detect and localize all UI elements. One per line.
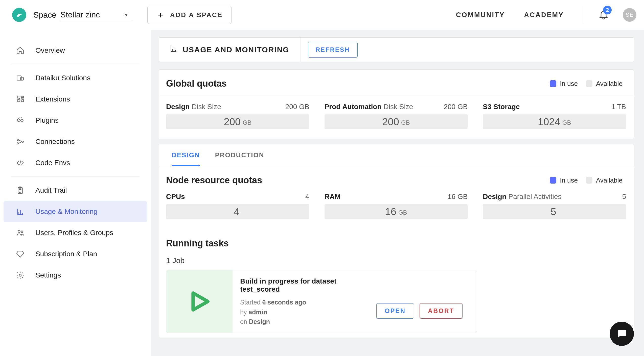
svg-point-2 [17, 139, 18, 141]
quota-bar: 5 [483, 204, 626, 219]
quota-capacity: 200 GB [444, 103, 468, 111]
quota-item: CPUs 4 4 [166, 193, 309, 219]
sidebar-item-plugins[interactable]: Plugins [0, 110, 151, 131]
space-selector[interactable]: Stellar zinc ▾ [59, 9, 132, 21]
svg-point-9 [19, 274, 21, 276]
sidebar-item-overview[interactable]: Overview [0, 40, 151, 61]
clipboard-icon [16, 186, 25, 195]
sidebar-item-subscription[interactable]: Subscription & Plan [0, 243, 151, 265]
sidebar-item-audit[interactable]: Audit Trail [0, 180, 151, 201]
puzzle-icon [16, 95, 25, 104]
refresh-button[interactable]: REFRESH [308, 42, 358, 58]
legend: In use Available [550, 80, 623, 88]
plug-icon [16, 116, 25, 125]
space-selector-value: Stellar zinc [60, 10, 100, 19]
nav-community[interactable]: COMMUNITY [456, 11, 505, 19]
quota-used-unit: GB [398, 209, 407, 216]
quota-item: S3 Storage 1 TB 1024GB [483, 103, 626, 129]
tab-production[interactable]: PRODUCTION [215, 151, 264, 166]
sidebar-item-usage[interactable]: Usage & Monitoring [4, 201, 147, 222]
main-panel: USAGE AND MONITORING REFRESH Global quot… [151, 30, 644, 356]
task-card: Build in progress for dataset test_score… [166, 270, 477, 333]
sidebar-item-label: Code Envs [35, 159, 70, 167]
quota-label-strong: Design [483, 193, 506, 200]
quota-bar: 200GB [325, 114, 468, 129]
add-space-label: ADD A SPACE [170, 11, 223, 19]
sidebar-item-label: Dataiku Solutions [35, 74, 90, 82]
open-button[interactable]: OPEN [376, 303, 414, 319]
chart-icon [170, 45, 178, 55]
nav-academy[interactable]: ACADEMY [524, 11, 564, 19]
connections-icon [16, 137, 25, 146]
task-meta: Started 6 seconds ago by admin on Design [240, 297, 369, 327]
sidebar: Overview Dataiku Solutions Extensions Pl… [0, 30, 151, 356]
sidebar-item-settings[interactable]: Settings [0, 265, 151, 286]
plus-icon: ＋ [156, 9, 166, 21]
sidebar-item-connections[interactable]: Connections [0, 131, 151, 152]
legend-available: Available [596, 80, 623, 88]
brand-logo[interactable] [12, 8, 26, 22]
sidebar-item-label: Users, Profiles & Groups [35, 229, 113, 237]
swatch-available [586, 177, 592, 184]
quota-capacity: 5 [622, 193, 626, 201]
sidebar-item-code-envs[interactable]: Code Envs [0, 152, 151, 173]
notification-badge: 2 [603, 6, 612, 14]
notifications-button[interactable]: 2 [599, 9, 609, 20]
global-quotas-title: Global quotas [166, 78, 227, 89]
add-space-button[interactable]: ＋ ADD A SPACE [147, 6, 232, 24]
quota-used-value: 16 [385, 204, 396, 219]
swatch-available [586, 80, 592, 87]
swatch-inuse [550, 80, 556, 87]
quota-capacity: 4 [305, 193, 309, 201]
quota-label-light: Disk Size [192, 103, 221, 111]
chevron-down-icon: ▾ [125, 12, 128, 18]
quota-label-strong: S3 Storage [483, 103, 520, 111]
quota-bar: 200GB [166, 114, 309, 129]
page-title: USAGE AND MONITORING [183, 45, 289, 54]
quota-item: RAM 16 GB 16GB [325, 193, 468, 219]
svg-point-8 [21, 231, 23, 233]
sidebar-item-label: Usage & Monitoring [35, 208, 98, 216]
quota-label-strong: Design [166, 103, 190, 111]
quota-used-value: 200 [382, 114, 399, 129]
abort-button[interactable]: ABORT [420, 303, 463, 319]
running-tasks-title: Running tasks [158, 229, 634, 251]
legend-inuse: In use [560, 176, 578, 184]
quota-label-strong: CPUs [166, 193, 185, 200]
sidebar-item-users[interactable]: Users, Profiles & Groups [0, 222, 151, 243]
page-header: USAGE AND MONITORING REFRESH [158, 37, 634, 62]
sidebar-item-label: Audit Trail [35, 186, 67, 194]
legend-available: Available [596, 176, 623, 184]
gear-icon [16, 271, 25, 280]
quota-used-unit: GB [243, 119, 251, 126]
tab-design[interactable]: DESIGN [172, 151, 200, 166]
avatar[interactable]: SE [623, 8, 636, 22]
play-icon [166, 270, 233, 333]
sidebar-item-label: Settings [35, 271, 61, 279]
quota-item: Prod Automation Disk Size 200 GB 200GB [325, 103, 468, 129]
quota-label-light: Disk Size [384, 103, 413, 111]
quota-used-value: 200 [224, 114, 241, 129]
sidebar-item-solutions[interactable]: Dataiku Solutions [0, 67, 151, 89]
quota-item: Design Disk Size 200 GB 200GB [166, 103, 309, 129]
quota-item: Design Parallel Activities 5 5 [483, 193, 626, 219]
task-title: Build in progress for dataset test_score… [240, 277, 369, 293]
quota-used-unit: GB [562, 119, 571, 126]
sidebar-item-extensions[interactable]: Extensions [0, 89, 151, 110]
quota-bar: 4 [166, 204, 309, 219]
quota-bar: 16GB [325, 204, 468, 219]
quota-bar: 1024GB [483, 114, 626, 129]
svg-point-4 [22, 141, 24, 142]
jobs-count: 1 Job [158, 251, 634, 267]
sidebar-item-label: Overview [35, 46, 65, 55]
global-quotas-card: Global quotas In use Available Design Di… [158, 69, 634, 139]
quota-label-strong: RAM [325, 193, 341, 200]
legend: In use Available [550, 176, 623, 184]
divider [583, 6, 583, 24]
sidebar-item-label: Connections [35, 138, 75, 146]
users-icon [16, 228, 25, 237]
chat-fab[interactable] [610, 322, 634, 346]
legend-inuse: In use [560, 80, 578, 88]
chart-icon [16, 207, 25, 216]
quota-capacity: 1 TB [611, 103, 626, 111]
